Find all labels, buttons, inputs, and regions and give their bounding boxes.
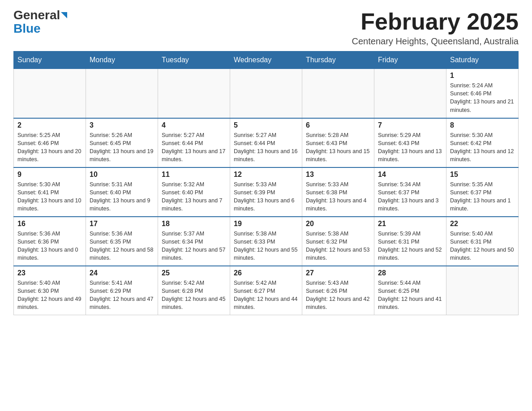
table-row: 2Sunrise: 5:25 AM Sunset: 6:46 PM Daylig… (14, 118, 86, 167)
table-row: 18Sunrise: 5:37 AM Sunset: 6:34 PM Dayli… (158, 217, 230, 266)
calendar-week-row: 9Sunrise: 5:30 AM Sunset: 6:41 PM Daylig… (14, 167, 519, 217)
col-wednesday: Wednesday (230, 51, 302, 69)
col-sunday: Sunday (14, 51, 86, 69)
table-row (158, 69, 230, 118)
month-title: February 2025 (352, 9, 519, 34)
day-info: Sunrise: 5:39 AM Sunset: 6:31 PM Dayligh… (378, 230, 442, 262)
table-row: 3Sunrise: 5:26 AM Sunset: 6:45 PM Daylig… (86, 118, 158, 167)
table-row: 19Sunrise: 5:38 AM Sunset: 6:33 PM Dayli… (230, 217, 302, 266)
table-row: 22Sunrise: 5:40 AM Sunset: 6:31 PM Dayli… (446, 217, 519, 266)
table-row (446, 266, 519, 315)
table-row: 24Sunrise: 5:41 AM Sunset: 6:29 PM Dayli… (86, 266, 158, 315)
table-row (86, 69, 158, 118)
day-info: Sunrise: 5:32 AM Sunset: 6:40 PM Dayligh… (162, 180, 226, 213)
table-row: 20Sunrise: 5:38 AM Sunset: 6:32 PM Dayli… (302, 217, 374, 266)
day-info: Sunrise: 5:38 AM Sunset: 6:33 PM Dayligh… (234, 230, 298, 262)
day-number: 14 (378, 171, 442, 179)
day-number: 7 (378, 121, 442, 129)
day-number: 10 (90, 171, 154, 179)
day-info: Sunrise: 5:38 AM Sunset: 6:32 PM Dayligh… (306, 230, 370, 262)
day-number: 18 (162, 220, 226, 228)
day-info: Sunrise: 5:30 AM Sunset: 6:42 PM Dayligh… (450, 131, 515, 164)
table-row (374, 69, 446, 118)
day-number: 2 (17, 121, 82, 129)
calendar-week-row: 16Sunrise: 5:36 AM Sunset: 6:36 PM Dayli… (14, 217, 519, 266)
day-info: Sunrise: 5:31 AM Sunset: 6:40 PM Dayligh… (90, 180, 154, 213)
title-area: February 2025 Centenary Heights, Queensl… (352, 9, 519, 47)
day-number: 13 (306, 171, 370, 179)
table-row: 23Sunrise: 5:40 AM Sunset: 6:30 PM Dayli… (14, 266, 86, 315)
day-number: 3 (90, 121, 154, 129)
day-number: 9 (17, 171, 82, 179)
col-thursday: Thursday (302, 51, 374, 69)
table-row: 8Sunrise: 5:30 AM Sunset: 6:42 PM Daylig… (446, 118, 519, 167)
logo-blue: Blue (13, 21, 41, 36)
day-number: 5 (234, 121, 298, 129)
day-number: 17 (90, 220, 154, 228)
table-row: 5Sunrise: 5:27 AM Sunset: 6:44 PM Daylig… (230, 118, 302, 167)
day-number: 12 (234, 171, 298, 179)
day-info: Sunrise: 5:24 AM Sunset: 6:46 PM Dayligh… (450, 81, 515, 114)
calendar-week-row: 2Sunrise: 5:25 AM Sunset: 6:46 PM Daylig… (14, 118, 519, 167)
table-row: 12Sunrise: 5:33 AM Sunset: 6:39 PM Dayli… (230, 167, 302, 217)
table-row: 14Sunrise: 5:34 AM Sunset: 6:37 PM Dayli… (374, 167, 446, 217)
table-row: 1Sunrise: 5:24 AM Sunset: 6:46 PM Daylig… (446, 69, 519, 118)
day-number: 27 (306, 269, 370, 277)
day-number: 11 (162, 171, 226, 179)
table-row: 26Sunrise: 5:42 AM Sunset: 6:27 PM Dayli… (230, 266, 302, 315)
day-info: Sunrise: 5:44 AM Sunset: 6:25 PM Dayligh… (378, 279, 442, 312)
table-row: 9Sunrise: 5:30 AM Sunset: 6:41 PM Daylig… (14, 167, 86, 217)
day-number: 22 (450, 220, 515, 228)
day-number: 28 (378, 269, 442, 277)
calendar-week-row: 1Sunrise: 5:24 AM Sunset: 6:46 PM Daylig… (14, 69, 519, 118)
calendar-header-row: Sunday Monday Tuesday Wednesday Thursday… (14, 51, 519, 69)
day-number: 26 (234, 269, 298, 277)
day-info: Sunrise: 5:27 AM Sunset: 6:44 PM Dayligh… (234, 131, 298, 164)
day-number: 20 (306, 220, 370, 228)
day-number: 15 (450, 171, 515, 179)
day-number: 23 (17, 269, 82, 277)
table-row: 28Sunrise: 5:44 AM Sunset: 6:25 PM Dayli… (374, 266, 446, 315)
day-info: Sunrise: 5:28 AM Sunset: 6:43 PM Dayligh… (306, 131, 370, 164)
day-number: 6 (306, 121, 370, 129)
day-info: Sunrise: 5:37 AM Sunset: 6:34 PM Dayligh… (162, 230, 226, 262)
day-number: 1 (450, 72, 515, 80)
table-row: 17Sunrise: 5:36 AM Sunset: 6:35 PM Dayli… (86, 217, 158, 266)
logo-general: General (13, 9, 60, 21)
day-info: Sunrise: 5:42 AM Sunset: 6:27 PM Dayligh… (234, 279, 298, 312)
col-monday: Monday (86, 51, 158, 69)
day-info: Sunrise: 5:33 AM Sunset: 6:39 PM Dayligh… (234, 180, 298, 213)
table-row: 4Sunrise: 5:27 AM Sunset: 6:44 PM Daylig… (158, 118, 230, 167)
page-header: General Blue February 2025 Centenary Hei… (13, 9, 519, 47)
day-number: 16 (17, 220, 82, 228)
table-row: 27Sunrise: 5:43 AM Sunset: 6:26 PM Dayli… (302, 266, 374, 315)
calendar-table: Sunday Monday Tuesday Wednesday Thursday… (13, 51, 519, 315)
table-row (14, 69, 86, 118)
table-row (302, 69, 374, 118)
day-info: Sunrise: 5:27 AM Sunset: 6:44 PM Dayligh… (162, 131, 226, 164)
day-number: 4 (162, 121, 226, 129)
day-number: 24 (90, 269, 154, 277)
day-info: Sunrise: 5:35 AM Sunset: 6:37 PM Dayligh… (450, 180, 515, 213)
day-number: 19 (234, 220, 298, 228)
day-info: Sunrise: 5:42 AM Sunset: 6:28 PM Dayligh… (162, 279, 226, 312)
day-info: Sunrise: 5:34 AM Sunset: 6:37 PM Dayligh… (378, 180, 442, 213)
day-number: 25 (162, 269, 226, 277)
col-saturday: Saturday (446, 51, 519, 69)
day-info: Sunrise: 5:26 AM Sunset: 6:45 PM Dayligh… (90, 131, 154, 164)
table-row (230, 69, 302, 118)
day-info: Sunrise: 5:36 AM Sunset: 6:35 PM Dayligh… (90, 230, 154, 262)
col-friday: Friday (374, 51, 446, 69)
table-row: 7Sunrise: 5:29 AM Sunset: 6:43 PM Daylig… (374, 118, 446, 167)
logo-arrow-icon (61, 12, 67, 18)
day-info: Sunrise: 5:43 AM Sunset: 6:26 PM Dayligh… (306, 279, 370, 312)
table-row: 13Sunrise: 5:33 AM Sunset: 6:38 PM Dayli… (302, 167, 374, 217)
table-row: 11Sunrise: 5:32 AM Sunset: 6:40 PM Dayli… (158, 167, 230, 217)
calendar-week-row: 23Sunrise: 5:40 AM Sunset: 6:30 PM Dayli… (14, 266, 519, 315)
day-number: 8 (450, 121, 515, 129)
table-row: 16Sunrise: 5:36 AM Sunset: 6:36 PM Dayli… (14, 217, 86, 266)
day-number: 21 (378, 220, 442, 228)
day-info: Sunrise: 5:36 AM Sunset: 6:36 PM Dayligh… (17, 230, 82, 262)
table-row: 10Sunrise: 5:31 AM Sunset: 6:40 PM Dayli… (86, 167, 158, 217)
table-row: 15Sunrise: 5:35 AM Sunset: 6:37 PM Dayli… (446, 167, 519, 217)
